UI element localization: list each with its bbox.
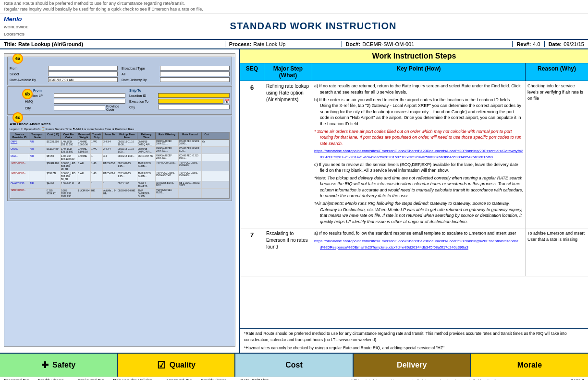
row1-col9: 09/03/15 OMEQ AIR... (137, 140, 156, 146)
cell-reason-7: To advise Emerson and Insert User that a… (526, 228, 588, 276)
row1-col7: 3-4 3-4 (103, 140, 117, 146)
row1-col12: Gr (202, 140, 211, 146)
row5-col9: TMP ROCO GLOB... (137, 171, 156, 181)
row2-col11: CDAIO DEF IG MRE ECQ... (179, 147, 202, 154)
right-panel-inner: Work Instruction Steps SEQ Major Step (W… (240, 49, 588, 353)
cell-key-6: a) If no rate results are returned, retu… (312, 81, 526, 228)
field-broadcast-label: Broadcast Type (122, 67, 160, 70)
prepared-by-name: Freddy Ibarra (38, 378, 64, 380)
key-point-6-note2: *Note: The pickup and delivery date and … (314, 175, 523, 199)
row5-col8: 07/15-07-15 1:15... (117, 171, 137, 181)
row5-col10: TMP PDCL CABAL ZNOMAG TMP (156, 171, 179, 181)
ship-from-heading: Ship From (25, 89, 125, 92)
row6-col8: 09/15 1:00... (117, 181, 137, 188)
col-delivery-time: Delivery Time (137, 132, 156, 139)
row5-col11: TMP PDCL CABAL ZNOMAG... (179, 171, 202, 181)
logo: MenloWORLDWIDE LOGISTICS (4, 15, 35, 37)
row3-col6: 1 (91, 154, 103, 161)
rev-label: Rev#: (516, 41, 531, 47)
row1-col11: CDAIO DEF IG MRE 20240... (179, 140, 202, 146)
row4-col8: 09/15-07-15 1:15... (117, 161, 137, 171)
row1-col3: $CD33.550 (46, 140, 61, 146)
key-point-7a: a) If no results found, follow the stand… (314, 230, 523, 237)
reviewed-by-label: Reviewed By: (78, 378, 104, 380)
field-all-label: All (122, 72, 160, 76)
row5-col2 (29, 171, 46, 181)
row1-col6: 1 WE (91, 140, 103, 146)
row6-col1: OMACCESS (10, 181, 29, 188)
footer-safety[interactable]: ✚ Safety (0, 354, 118, 377)
rev-value: 4.0 (533, 41, 540, 47)
key-point-6b-note: * Some air orders have air port codes fi… (314, 129, 523, 147)
rev-field: Rev#: 4.0 (513, 41, 544, 47)
province-code-label: Province Code (106, 105, 125, 111)
footer-delivery[interactable]: Delivery (354, 354, 471, 377)
note1: *Rate and Route should be preferred meth… (244, 331, 584, 343)
doc-value: DCEMR-SWI-OM-001 (362, 41, 414, 47)
safety-label: Safety (52, 361, 75, 369)
main-title: STANDARD WORK INSTRUCTION (38, 18, 588, 35)
row7-col2 (29, 189, 46, 198)
table-row: 7 Escalating to Emerson if no rates foun… (240, 228, 588, 276)
field-date-avail-label: Date Available By (10, 78, 48, 82)
row1-col4: 1.40_LED $33.95.550 (61, 140, 77, 146)
row7-col4: 0.285 9339.931 9309 930... (61, 189, 77, 198)
col-pickup: Pickup Time From (117, 132, 137, 139)
cell-major-6: Refining rate lookup using Rate option (… (264, 81, 312, 228)
row6-col6: 1 (91, 181, 103, 188)
doc-field: Doc#: DCEMR-SWI-OM-001 (342, 41, 513, 47)
cell-key-7: a) If no results found, follow the stand… (312, 228, 526, 276)
th-seq: SEQ (240, 63, 264, 81)
key-point-6-link1[interactable]: https://onewvinc.sharepoint.com/sites/Em… (314, 148, 523, 160)
row6-col11: OB E CDALI, ZINOM, 1EIC1 (179, 181, 202, 188)
banner-line2: Regular rate inquiry would basically be … (4, 7, 584, 12)
quality-label: Quality (170, 361, 196, 369)
right-panel: Work Instruction Steps SEQ Major Step (W… (240, 49, 588, 353)
sharepoint-link-2[interactable]: https://onewvinc.sharepoint.com/sites/Em… (314, 239, 518, 249)
footer-morale[interactable]: Morale (471, 354, 588, 377)
row7-col3: 0.285 9339.931 (46, 189, 61, 198)
sharepoint-link-1[interactable]: https://onewvinc.sharepoint.com/sites/Em… (314, 149, 523, 159)
row2-col12 (202, 147, 211, 154)
row1-col8: 09/03/15-01/16 10:30... (117, 140, 137, 146)
row4-col9: TMP ROCO GLOB... (137, 161, 156, 171)
ask-oracle-label: Ask Oracle About Rates (10, 122, 230, 126)
row5-col5: 0 WE (77, 171, 91, 181)
row5-col6: 1-4S (91, 171, 103, 181)
hmq-label: HMQ (25, 100, 54, 103)
key-point-7-link2[interactable]: https://onewvinc.sharepoint.com/sites/Em… (314, 238, 523, 250)
location-to-label: Location ID (129, 94, 158, 97)
row6-col5: M (77, 181, 91, 188)
note2: *Hazmat rates can only be checked by usi… (244, 345, 584, 351)
row4-col6: 1-4S (91, 161, 103, 171)
cost-label: Cost (285, 361, 303, 369)
process-label: Process: (229, 41, 251, 47)
major-step-7: Escalating to Emerson if no rates found (266, 230, 310, 250)
field-select-label: Select (10, 72, 48, 76)
notes-area: *Rate and Route should be preferred meth… (240, 328, 588, 353)
row4-col3: $3LRR.100 (46, 161, 61, 171)
prepared-info: Prepared By: Freddy Ibarra Reviewed By: … (4, 378, 276, 380)
row4-col5: 0 WE (77, 161, 91, 171)
table-row: 6 Refining rate lookup using Rate option… (240, 81, 588, 228)
banner-line1: Rate and Route should be preferred metho… (4, 1, 584, 7)
date-label: Date: (549, 41, 562, 47)
field-from-label: From (10, 67, 48, 70)
cell-seq-6: 6 (240, 81, 264, 228)
table-header-row: SEQ Major Step (What) Key Point (How) Re… (240, 63, 588, 81)
prepared-row: Prepared By: Freddy Ibarra Reviewed By: … (0, 377, 588, 380)
row6-col12 (202, 181, 211, 188)
footer-quality[interactable]: ☑ Quality (118, 354, 235, 377)
key-point-6-note3: *Air Shipments: Menlo runs RIQ following… (314, 201, 523, 225)
footer-cost[interactable]: Cost (235, 354, 353, 377)
row6-col9: 09/09 1 10:44:56 (137, 181, 156, 188)
row5-col1: TEMPORARY... (10, 171, 29, 181)
row1-col5: 0.40 INE 5.56 5.56 (77, 140, 91, 146)
col-rate-record: Rate Record (179, 132, 202, 139)
field-delivery-label: Date Delivery By (122, 78, 160, 82)
row2-col10: OMAQ AIR DEF 2004-2001... (156, 147, 179, 154)
title-value: Rate Lookup (Air/Ground) (18, 41, 83, 47)
work-instruction-header: Work Instruction Steps (240, 49, 588, 63)
approved-by-name: Freddy Ibarra (201, 378, 227, 380)
prepared-by-label: Prepared By: (4, 378, 29, 380)
